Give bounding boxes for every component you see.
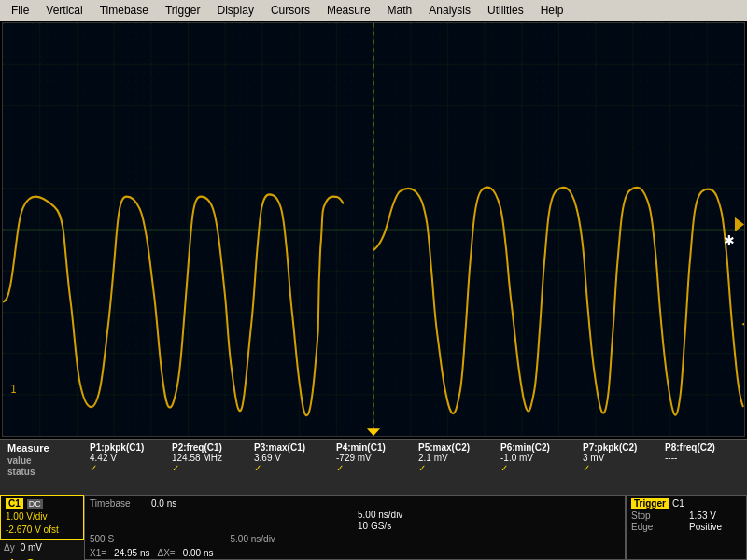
- svg-text:1: 1: [10, 382, 17, 396]
- x1-label: X1=: [90, 548, 106, 558]
- channel-info-row: C1 DC 1.00 V/div -2.670 V ofst Δy 0 mV L…: [0, 495, 747, 560]
- ch1-badge: C1: [6, 498, 23, 509]
- menu-timebase[interactable]: Timebase: [92, 2, 156, 19]
- menu-file[interactable]: File: [4, 2, 36, 19]
- nsdiv-val2: 5.00 ns/div: [231, 534, 388, 544]
- timebase-label: Timebase: [90, 498, 146, 509]
- measure-p5: P5:max(C2) 2.1 mV ✓: [415, 441, 497, 478]
- measure-p2: P2:freq(C1) 124.58 MHz ✓: [168, 441, 250, 478]
- oscilloscope-grid: 1 ✱ ◄: [3, 23, 744, 436]
- nsdiv-label: [90, 510, 352, 520]
- ch1-vdiv: 1.00 V/div: [6, 511, 78, 524]
- x1-value: 24.95 ns: [114, 548, 149, 558]
- svg-text:✱: ✱: [724, 232, 735, 248]
- measure-header: Measure value status P1:pkpk(C1) 4.42 V …: [4, 441, 743, 478]
- menu-measure[interactable]: Measure: [319, 2, 378, 19]
- measure-p3: P3:max(C1) 3.69 V ✓: [250, 441, 332, 478]
- nsdiv-value: 5.00 ns/div: [358, 510, 620, 520]
- samples-s-value: 500 S: [90, 534, 227, 544]
- svg-text:◄: ◄: [740, 316, 744, 330]
- bottom-left: C1 DC 1.00 V/div -2.670 V ofst Δy 0 mV L…: [0, 495, 84, 560]
- delta-section: Δy 0 mV: [0, 540, 84, 554]
- delta-ay-value: 0 mV: [21, 542, 42, 553]
- sample-rate-value: 10 GS/s: [358, 521, 620, 531]
- scope-area: 1 ✱ ◄ Measure value status: [0, 21, 747, 560]
- timebase-info: Timebase 0.0 ns 5.00 ns/div 10 GS/s 500 …: [84, 495, 626, 560]
- menu-trigger[interactable]: Trigger: [158, 2, 208, 19]
- trigger-ch: C1: [672, 498, 684, 509]
- dx-label: ΔX=: [157, 548, 175, 558]
- menu-help[interactable]: Help: [533, 2, 571, 19]
- menu-cursors[interactable]: Cursors: [263, 2, 317, 19]
- trigger-info: Trigger C1 Stop 1.53 V Edge Positive: [626, 495, 747, 560]
- measure-p4: P4:min(C1) -729 mV ✓: [332, 441, 415, 478]
- ch1-info: C1 DC 1.00 V/div -2.670 V ofst: [0, 495, 84, 540]
- measure-p6: P6:min(C2) -1.0 mV ✓: [497, 441, 579, 478]
- ch1-offset: -2.670 V ofst: [6, 524, 78, 537]
- measure-p1: P1:pkpk(C1) 4.42 V ✓: [86, 441, 168, 478]
- menubar: File Vertical Timebase Trigger Display C…: [0, 0, 747, 21]
- timebase-time-val: 0.0 ns: [151, 498, 176, 509]
- trigger-level: 1.53 V: [689, 511, 741, 521]
- measure-title: Measure value status: [4, 441, 86, 478]
- menu-display[interactable]: Display: [210, 2, 261, 19]
- menu-utilities[interactable]: Utilities: [480, 2, 531, 19]
- menu-vertical[interactable]: Vertical: [38, 2, 90, 19]
- measure-p8: P8:freq(C2) ----: [661, 441, 743, 478]
- measure-p7: P7:pkpk(C2) 3 mV ✓: [579, 441, 661, 478]
- measure-row: Measure value status P1:pkpk(C1) 4.42 V …: [0, 439, 747, 495]
- samples-label: [90, 521, 352, 531]
- bottom-panel: Measure value status P1:pkpk(C1) 4.42 V …: [0, 439, 747, 560]
- menu-analysis[interactable]: Analysis: [421, 2, 478, 19]
- trigger-slope: Positive: [689, 522, 741, 532]
- dx-value: 0.00 ns: [183, 548, 214, 558]
- menu-math[interactable]: Math: [380, 2, 420, 19]
- waveform-display: 1 ✱ ◄: [2, 22, 745, 437]
- delta-ay-label: Δy: [4, 542, 15, 553]
- dc-coupling-badge: DC: [27, 499, 43, 509]
- trigger-badge: Trigger: [631, 498, 669, 509]
